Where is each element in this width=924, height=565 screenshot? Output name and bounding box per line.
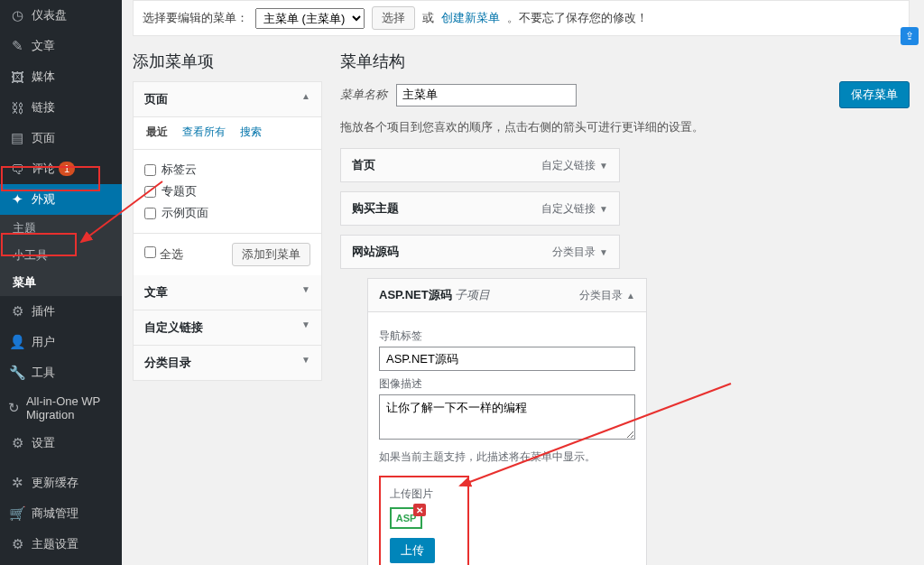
sidebar-item-links[interactable]: ⛓链接: [0, 92, 122, 123]
menu-item-bar[interactable]: 购买主题自定义链接▼: [340, 191, 620, 226]
chevron-down-icon: ▼: [599, 161, 608, 171]
sidebar-item-theme-settings[interactable]: ⚙主题设置: [0, 529, 122, 560]
sidebar-sub-widgets[interactable]: 小工具: [0, 242, 122, 269]
chevron-down-icon: ▼: [301, 284, 310, 301]
posts-icon: ✎: [8, 37, 26, 55]
chevron-down-icon: ▼: [301, 355, 310, 371]
pages-icon: ▤: [8, 129, 26, 147]
menu-item-detail: 导航标签 图像描述 让你了解一下不一样的编程 如果当前主题支持，此描述将在菜单中…: [367, 312, 647, 565]
sidebar-item-label: 外观: [32, 191, 55, 208]
desc-textarea[interactable]: 让你了解一下不一样的编程: [379, 394, 635, 440]
sidebar-item-label: 用户: [32, 334, 55, 350]
migration-icon: ↻: [8, 399, 21, 417]
upload-button[interactable]: 上传: [390, 538, 435, 563]
page-checkbox[interactable]: [144, 208, 156, 219]
sidebar-item-label: 插件: [32, 303, 55, 320]
comments-badge: 1: [59, 162, 75, 176]
sidebar-submenu: 主题 小工具 菜单: [0, 215, 122, 296]
sidebar-sub-menus[interactable]: 菜单: [0, 269, 122, 296]
tab-all[interactable]: 查看所有: [175, 117, 233, 149]
menu-selector-label: 选择要编辑的菜单：: [143, 10, 248, 26]
topbar-tail: 。不要忘了保存您的修改！: [507, 10, 648, 26]
floating-share-icon[interactable]: ⇪: [901, 27, 919, 45]
nav-label-input[interactable]: [379, 347, 635, 371]
sidebar-item-media[interactable]: 🖾媒体: [0, 61, 122, 92]
select-menu-button[interactable]: 选择: [372, 6, 415, 30]
tab-recent[interactable]: 最近: [139, 117, 175, 149]
sidebar-sub-themes[interactable]: 主题: [0, 215, 122, 242]
settings-icon: ⚙: [8, 434, 26, 452]
desc-note: 如果当前主题支持，此描述将在菜单中显示。: [379, 449, 635, 465]
menu-name-input[interactable]: [396, 84, 577, 107]
cache-icon: ✲: [8, 474, 26, 492]
sidebar-item-label: 工具: [32, 365, 55, 381]
sidebar-item-label: 页面: [32, 130, 55, 146]
remove-thumb-icon[interactable]: ✕: [413, 504, 426, 516]
menu-item-bar-child[interactable]: ASP.NET源码 子项目分类目录▲: [367, 278, 647, 312]
chevron-down-icon: ▼: [599, 247, 608, 257]
admin-sidebar: ◷仪表盘 ✎文章 🖾媒体 ⛓链接 ▤页面 🗨评论1 ✦外观 主题 小工具 菜单 …: [0, 0, 122, 565]
sidebar-item-settings[interactable]: ⚙设置: [0, 428, 122, 458]
sidebar-item-label: 仪表盘: [32, 7, 67, 23]
thumbnail[interactable]: ASP ✕: [390, 507, 422, 529]
acc-pages-body: 最近 查看所有 搜索 标签云 专题页 示例页面 全选 添加到菜单: [134, 117, 321, 275]
plugins-icon: ⚙: [8, 302, 26, 320]
sidebar-item-label: 链接: [32, 99, 55, 116]
save-menu-button[interactable]: 保存菜单: [839, 81, 910, 108]
acc-custom-head[interactable]: 自定义链接▼: [134, 310, 321, 346]
add-items-accordion: 页面▲ 最近 查看所有 搜索 标签云 专题页 示例页面: [133, 81, 322, 381]
desc-label: 图像描述: [379, 376, 635, 392]
tab-search[interactable]: 搜索: [233, 117, 269, 149]
menu-items-list: 首页自定义链接▼ 购买主题自定义链接▼ 网站源码分类目录▼ ASP.NET源码 …: [340, 148, 910, 565]
menu-selector-bar: 选择要编辑的菜单： 主菜单 (主菜单) 选择 或 创建新菜单。不要忘了保存您的修…: [133, 0, 910, 36]
sidebar-item-label: 媒体: [32, 69, 55, 85]
add-items-heading: 添加菜单项: [133, 51, 322, 72]
sidebar-item-dashboard[interactable]: ◷仪表盘: [0, 0, 122, 31]
media-icon: 🖾: [8, 68, 26, 86]
drag-hint: 拖放各个项目到您喜欢的顺序，点击右侧的箭头可进行更详细的设置。: [340, 119, 910, 135]
links-icon: ⛓: [8, 98, 26, 116]
sidebar-item-label: 主题设置: [32, 536, 79, 552]
sidebar-item-comments[interactable]: 🗨评论1: [0, 153, 122, 184]
sidebar-item-label: 商城管理: [32, 505, 79, 522]
sidebar-item-pages[interactable]: ▤页面: [0, 123, 122, 153]
sidebar-item-cache[interactable]: ✲更新缓存: [0, 468, 122, 498]
sidebar-item-collapse[interactable]: ◀收起菜单: [0, 560, 122, 565]
page-checkbox[interactable]: [144, 186, 156, 198]
sidebar-item-users[interactable]: 👤用户: [0, 327, 122, 357]
upload-label: 上传图片: [390, 486, 458, 502]
shop-icon: 🛒: [8, 505, 26, 523]
sidebar-item-tools[interactable]: 🔧工具: [0, 357, 122, 388]
sidebar-item-shop[interactable]: 🛒商城管理: [0, 498, 122, 529]
acc-pages-head[interactable]: 页面▲: [134, 82, 321, 117]
pages-tabs: 最近 查看所有 搜索: [134, 117, 321, 150]
acc-posts-head[interactable]: 文章▼: [134, 275, 321, 310]
menu-structure-heading: 菜单结构: [340, 51, 910, 72]
sidebar-item-label: 更新缓存: [32, 475, 79, 491]
create-menu-link[interactable]: 创建新菜单: [441, 10, 500, 26]
sidebar-item-label: 文章: [32, 38, 55, 54]
menu-item-bar[interactable]: 首页自定义链接▼: [340, 148, 620, 182]
page-option[interactable]: 示例页面: [144, 202, 310, 224]
select-all[interactable]: 全选: [144, 246, 183, 263]
sidebar-item-appearance[interactable]: ✦外观: [0, 184, 122, 215]
menu-name-label: 菜单名称: [340, 87, 387, 103]
menu-select[interactable]: 主菜单 (主菜单): [255, 8, 365, 29]
page-option[interactable]: 专题页: [144, 181, 310, 202]
sidebar-item-posts[interactable]: ✎文章: [0, 31, 122, 61]
sidebar-item-migration[interactable]: ↻All-in-One WP Migration: [0, 388, 122, 428]
dashboard-icon: ◷: [8, 6, 26, 24]
appearance-icon: ✦: [8, 190, 26, 208]
page-checkbox[interactable]: [144, 164, 156, 176]
acc-cats-head[interactable]: 分类目录▼: [134, 346, 321, 380]
sidebar-item-plugins[interactable]: ⚙插件: [0, 296, 122, 327]
add-to-menu-button[interactable]: 添加到菜单: [232, 243, 310, 266]
main-content: 选择要编辑的菜单： 主菜单 (主菜单) 选择 或 创建新菜单。不要忘了保存您的修…: [122, 0, 924, 565]
page-option[interactable]: 标签云: [144, 159, 310, 181]
select-all-checkbox[interactable]: [144, 246, 156, 258]
comments-icon: 🗨: [8, 160, 26, 178]
menu-item-bar[interactable]: 网站源码分类目录▼: [340, 235, 620, 269]
theme-settings-icon: ⚙: [8, 535, 26, 553]
chevron-up-icon: ▲: [301, 91, 310, 107]
sidebar-item-label: All-in-One WP Migration: [26, 394, 114, 421]
